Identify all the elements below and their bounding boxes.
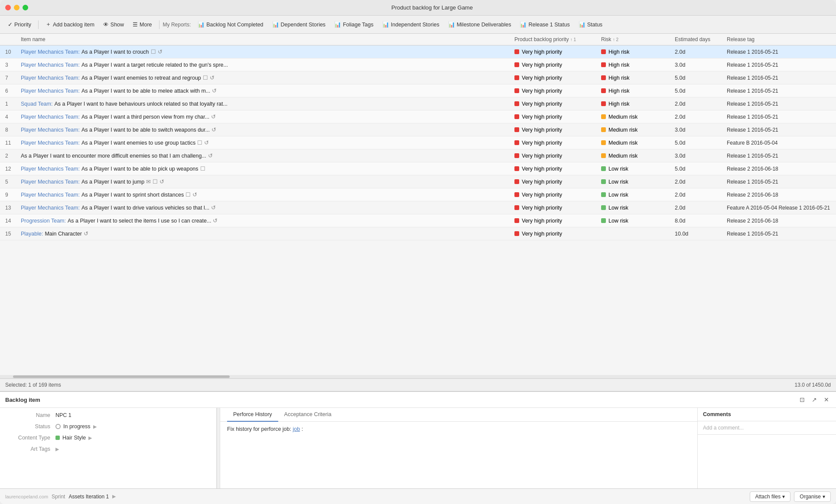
table-row[interactable]: 7Player Mechanics Team: As a Player I wa…: [0, 71, 836, 84]
status-value[interactable]: In progress ▶: [55, 423, 97, 430]
risk-text: Low risk: [608, 218, 628, 224]
panel-close-button[interactable]: ✕: [822, 395, 831, 404]
col-header-name[interactable]: Item name: [17, 36, 511, 42]
priority-text: Very high priority: [522, 62, 562, 68]
row-number: 2: [0, 153, 17, 159]
spinner-icon: ↺: [212, 87, 217, 94]
col-header-risk[interactable]: Risk ↑ 2: [598, 36, 671, 42]
watermark: laurencopeland.com: [5, 494, 48, 499]
row-priority: Very high priority: [511, 205, 598, 211]
content-type-value[interactable]: Hair Style ▶: [55, 435, 92, 441]
art-tags-value[interactable]: ▶: [55, 446, 59, 452]
col-header-release[interactable]: Release tag: [723, 36, 836, 42]
risk-dot: [601, 114, 606, 119]
toolbar-foliage-tags[interactable]: 📊 Foliage Tags: [331, 19, 377, 29]
tab-acceptance-criteria[interactable]: Acceptance Criteria: [278, 408, 338, 422]
row-desc: As a Player I want enemies to use group …: [81, 140, 195, 146]
main-window: Product backlog for Large Game ✓ Priorit…: [0, 0, 836, 504]
row-name: Player Mechanics Team: As a Player I wan…: [17, 178, 511, 185]
row-name: Playable: Main Character ↺: [17, 230, 511, 237]
toolbar-backlog-not-completed[interactable]: 📊 Backlog Not Completed: [194, 19, 267, 29]
row-name: Player Mechanics Team: As a Player I wan…: [17, 113, 511, 120]
status-circle-icon: [55, 424, 61, 429]
table-row[interactable]: 14Progression Team: As a Player I want t…: [0, 214, 836, 227]
row-desc: As a Player I want to be able to melee a…: [81, 88, 210, 94]
table-row[interactable]: 5Player Mechanics Team: As a Player I wa…: [0, 175, 836, 188]
row-desc: As a Player I want a third person view f…: [81, 114, 209, 120]
show-icon: 👁: [103, 22, 109, 28]
table-row[interactable]: 3Player Mechanics Team: As a Player I wa…: [0, 58, 836, 71]
toolbar-status[interactable]: 📊 Status: [575, 19, 606, 29]
vertical-splitter[interactable]: [217, 408, 220, 488]
table-row[interactable]: 10Player Mechanics Team: As a Player I w…: [0, 45, 836, 58]
table-row[interactable]: 13Player Mechanics Team: As a Player I w…: [0, 201, 836, 214]
priority-text: Very high priority: [522, 127, 562, 133]
sprint-value[interactable]: Assets Iteration 1: [68, 494, 109, 500]
row-desc: As a Player I want to have behaviours un…: [54, 101, 228, 107]
tab-perforce-history[interactable]: Perforce History: [227, 408, 278, 422]
chart-icon-5: 📊: [448, 21, 455, 28]
table-row[interactable]: 12Player Mechanics Team: As a Player I w…: [0, 162, 836, 175]
row-number: 8: [0, 127, 17, 133]
comment-input[interactable]: Add a comment...: [698, 421, 836, 435]
toolbar-priority[interactable]: ✓ Priority: [4, 19, 35, 29]
row-desc: As a Player I want to encounter more dif…: [21, 153, 206, 159]
toolbar-add-backlog[interactable]: ＋ Add backlog item: [42, 19, 98, 30]
attach-dropdown-icon[interactable]: ▾: [782, 494, 785, 500]
spinner-icon: ↺: [211, 113, 216, 120]
row-number: 9: [0, 192, 17, 198]
horizontal-scrollbar[interactable]: [0, 375, 836, 378]
table-row[interactable]: 1Squad Team: As a Player I want to have …: [0, 97, 836, 110]
table-row[interactable]: 15Playable: Main Character ↺Very high pr…: [0, 227, 836, 240]
toolbar-more[interactable]: ☰ More: [129, 19, 155, 29]
row-priority: Very high priority: [511, 218, 598, 224]
organise-dropdown-icon[interactable]: ▾: [823, 494, 825, 500]
row-priority: Very high priority: [511, 127, 598, 133]
perforce-job-link[interactable]: job: [293, 426, 300, 432]
minimize-button[interactable]: [14, 5, 20, 10]
status-expand-icon[interactable]: ▶: [93, 424, 97, 430]
row-days: 8.0d: [671, 218, 723, 224]
report-label-1: Dependent Stories: [281, 22, 326, 28]
toolbar-show[interactable]: 👁 Show: [100, 20, 127, 29]
organise-button[interactable]: Organise ▾: [794, 491, 831, 502]
close-button[interactable]: [5, 5, 11, 10]
row-release: Release 1 2016-05-21: [723, 231, 836, 237]
table-row[interactable]: 9Player Mechanics Team: As a Player I wa…: [0, 188, 836, 201]
col-header-days[interactable]: Estimated days: [671, 36, 723, 42]
row-priority: Very high priority: [511, 231, 598, 237]
toolbar-milestone-deliverables[interactable]: 📊 Milestone Deliverables: [445, 19, 515, 29]
row-number: 13: [0, 205, 17, 211]
name-value[interactable]: NPC 1: [55, 412, 72, 418]
comments-panel: Comments Add a comment...: [697, 408, 836, 488]
table-row[interactable]: 2As a Player I want to encounter more di…: [0, 149, 836, 162]
sprint-arrow[interactable]: ▶: [112, 494, 116, 499]
toolbar-dependent-stories[interactable]: 📊 Dependent Stories: [269, 19, 329, 29]
panel-external-button[interactable]: ↗: [810, 395, 819, 404]
toolbar-release1-status[interactable]: 📊 Release 1 Status: [516, 19, 573, 29]
status-bar: Selected: 1 of 169 items 13.0 of 1450.0d: [0, 378, 836, 391]
row-desc: As a Player I want to be able to pick up…: [81, 166, 198, 172]
maximize-button[interactable]: [23, 5, 28, 10]
row-release: Release 1 2016-05-21: [723, 75, 836, 81]
status-label: Status: [7, 423, 50, 430]
risk-dot: [601, 179, 606, 184]
row-team: Player Mechanics Team:: [21, 114, 80, 120]
attach-files-button[interactable]: Attach files ▾: [750, 491, 791, 502]
priority-label: Priority: [14, 22, 31, 28]
table-row[interactable]: 8Player Mechanics Team: As a Player I wa…: [0, 123, 836, 136]
table-row[interactable]: 11Player Mechanics Team: As a Player I w…: [0, 136, 836, 149]
scrollbar-thumb[interactable]: [13, 375, 230, 378]
risk-dot: [601, 101, 606, 106]
priority-dot: [514, 62, 519, 67]
priority-dot: [514, 153, 519, 158]
content-type-expand-icon[interactable]: ▶: [88, 435, 92, 441]
row-risk: High risk: [598, 62, 671, 68]
table-row[interactable]: 4Player Mechanics Team: As a Player I wa…: [0, 110, 836, 123]
table-row[interactable]: 6Player Mechanics Team: As a Player I wa…: [0, 84, 836, 97]
col-header-priority[interactable]: Product backlog priority ↑ 1: [511, 36, 598, 42]
toolbar-independent-stories[interactable]: 📊 Independent Stories: [379, 19, 443, 29]
risk-dot: [601, 88, 606, 93]
panel-expand-button[interactable]: ⊡: [798, 395, 807, 404]
art-tags-expand-icon[interactable]: ▶: [55, 446, 59, 452]
